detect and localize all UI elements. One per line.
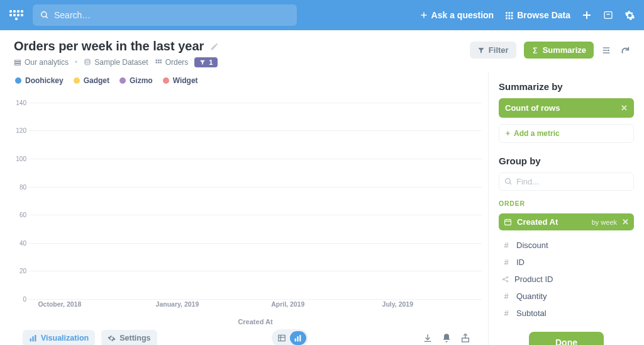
- legend-swatch: [119, 77, 126, 84]
- summarize-button[interactable]: Summarize: [524, 42, 594, 59]
- legend-label: Gizmo: [130, 76, 153, 85]
- svg-rect-17: [15, 60, 21, 62]
- table-label: Orders: [165, 58, 189, 67]
- gear-icon[interactable]: [625, 10, 635, 21]
- svg-rect-38: [297, 336, 299, 341]
- legend-item[interactable]: Widget: [163, 76, 198, 85]
- view-toggle: [272, 329, 308, 345]
- done-button[interactable]: Done: [529, 332, 604, 345]
- edit-title-icon[interactable]: [210, 42, 219, 51]
- settings-button[interactable]: Settings: [101, 330, 157, 345]
- refresh-icon[interactable]: [620, 45, 630, 55]
- svg-rect-10: [506, 17, 508, 19]
- y-tick-label: 100: [16, 156, 26, 162]
- add-metric-button[interactable]: + Add a metric: [499, 124, 634, 143]
- editor-icon[interactable]: [601, 45, 611, 55]
- x-tick-label: October, 2018: [38, 300, 81, 308]
- y-tick-label: 20: [19, 268, 26, 274]
- legend-item[interactable]: Gadget: [74, 76, 109, 85]
- svg-rect-25: [158, 62, 160, 64]
- add-metric-label: Add a metric: [514, 129, 560, 138]
- svg-rect-21: [155, 60, 157, 62]
- y-tick-label: 0: [23, 296, 26, 303]
- svg-rect-39: [299, 335, 301, 341]
- dimension-label: Discount: [516, 240, 548, 250]
- settings-label: Settings: [119, 334, 150, 342]
- visualization-button[interactable]: Visualization: [23, 330, 95, 345]
- dimension-search[interactable]: [499, 172, 634, 191]
- app-logo[interactable]: [9, 8, 24, 23]
- visualization-label: Visualization: [41, 334, 89, 342]
- table-icon: [277, 334, 286, 342]
- metric-label: Count of rows: [505, 103, 560, 113]
- collection-icon: [14, 59, 21, 66]
- dimension-binning[interactable]: by week: [592, 218, 617, 226]
- breadcrumbs: Our analytics • Sample Dataset Orders 1: [14, 57, 470, 67]
- browse-data-button[interactable]: Browse Data: [505, 10, 570, 20]
- svg-line-1: [46, 16, 48, 18]
- svg-rect-6: [511, 12, 513, 14]
- x-tick-label: July, 2019: [382, 300, 413, 308]
- browse-data-label: Browse Data: [517, 10, 570, 20]
- collection-chip[interactable]: Our analytics: [14, 58, 69, 67]
- dimension-row[interactable]: #Subtotal: [499, 305, 634, 322]
- share-icon[interactable]: [460, 333, 470, 343]
- dimension-row[interactable]: Product ID: [499, 271, 634, 288]
- chart-view-button[interactable]: [290, 331, 306, 345]
- table-chip[interactable]: Orders: [155, 58, 189, 67]
- hash-icon: #: [501, 240, 511, 250]
- svg-rect-11: [509, 17, 511, 19]
- svg-rect-22: [158, 60, 160, 62]
- filter-count-pill[interactable]: 1: [194, 57, 218, 67]
- x-axis-label: Created At: [29, 318, 482, 325]
- ask-question-button[interactable]: Ask a question: [420, 10, 494, 20]
- plus-icon: [420, 11, 428, 19]
- legend: DoohickeyGadgetGizmoWidget: [11, 72, 482, 91]
- hash-icon: #: [501, 308, 511, 318]
- filter-icon: [477, 47, 485, 54]
- svg-rect-4: [506, 12, 508, 14]
- remove-metric-icon[interactable]: ✕: [621, 103, 628, 113]
- svg-rect-33: [35, 335, 36, 341]
- y-tick-label: 80: [19, 183, 26, 190]
- dimension-row[interactable]: #Quantity: [499, 288, 634, 305]
- download-icon[interactable]: [423, 333, 433, 343]
- y-axis: 020406080100120140: [11, 91, 29, 299]
- database-label: Sample Dataset: [94, 58, 148, 67]
- plus-icon: +: [506, 129, 510, 138]
- svg-point-42: [506, 179, 511, 184]
- dimension-search-input[interactable]: [516, 177, 628, 186]
- legend-item[interactable]: Doohickey: [15, 76, 64, 85]
- search-box[interactable]: [33, 4, 297, 26]
- plot: 020406080100120140: [11, 91, 482, 299]
- y-tick-label: 140: [16, 99, 26, 106]
- bar-icon: [294, 334, 302, 342]
- svg-rect-23: [160, 60, 162, 62]
- dimension-row[interactable]: #Discount: [499, 237, 634, 254]
- svg-point-48: [502, 278, 504, 280]
- database-chip[interactable]: Sample Dataset: [84, 58, 148, 67]
- x-tick-label: January, 2019: [156, 300, 199, 308]
- bell-icon[interactable]: [441, 333, 452, 343]
- svg-rect-41: [462, 338, 469, 342]
- dimension-row[interactable]: #ID: [499, 254, 634, 271]
- svg-rect-37: [295, 338, 296, 341]
- svg-line-52: [504, 280, 506, 281]
- svg-rect-12: [511, 17, 513, 19]
- filter-count: 1: [209, 59, 213, 66]
- create-icon[interactable]: [582, 10, 592, 20]
- table-view-button[interactable]: [274, 331, 290, 345]
- remove-dimension-icon[interactable]: ✕: [622, 217, 629, 227]
- legend-item[interactable]: Gizmo: [119, 76, 153, 85]
- bar-icon: [29, 334, 37, 342]
- search-input[interactable]: [54, 10, 289, 20]
- metric-count-rows[interactable]: Count of rows ✕: [499, 98, 634, 118]
- archive-icon[interactable]: [603, 10, 613, 20]
- svg-rect-31: [30, 338, 31, 341]
- grid-icon: [505, 11, 513, 20]
- dimension-label: Subtotal: [516, 308, 547, 318]
- filter-button[interactable]: Filter: [470, 42, 516, 59]
- dimension-label: Quantity: [516, 291, 547, 301]
- dimension-created-at[interactable]: Created At by week ✕: [499, 213, 634, 230]
- nav-actions: Ask a question Browse Data: [420, 10, 635, 21]
